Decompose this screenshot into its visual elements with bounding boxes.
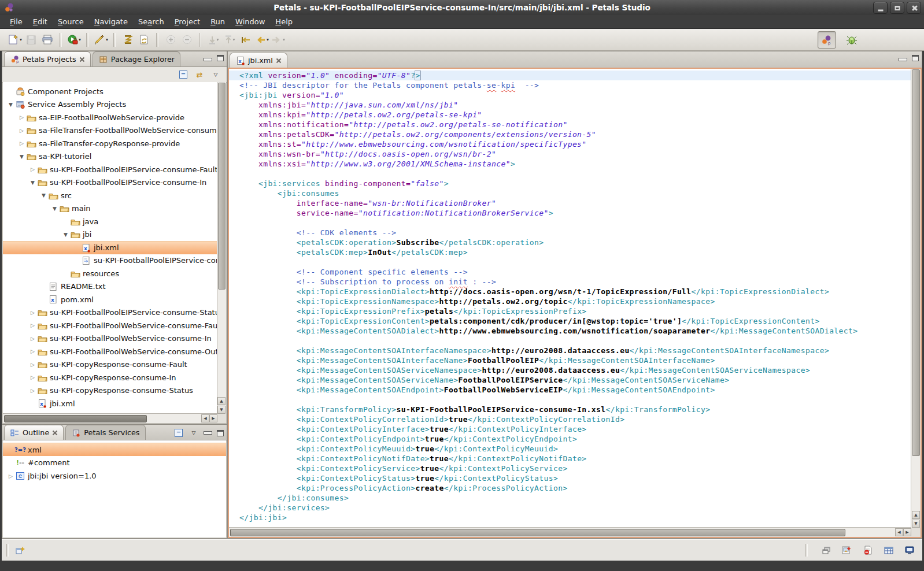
close-icon[interactable] [52, 430, 58, 436]
code-line[interactable]: xmlns:notification="http://petals.ow2.or… [239, 120, 911, 129]
view-menu-icon[interactable]: ▽ [189, 428, 199, 438]
code-line[interactable]: <!-- Subscription to process on init : -… [239, 277, 911, 287]
code-line[interactable]: xmlns:petalsCDK="http://petals.ow2.org/c… [239, 129, 911, 139]
scrollbar-thumb[interactable] [218, 83, 226, 290]
collapse-arrow-icon[interactable]: ▼ [17, 154, 26, 160]
tree-item[interactable]: ▷sa-FileTransfer-copyResponse-provide [3, 137, 217, 150]
properties-icon[interactable] [882, 544, 896, 557]
expand-arrow-icon[interactable]: ▷ [28, 336, 37, 342]
console-icon[interactable] [903, 544, 916, 557]
expand-arrow-icon[interactable]: ▷ [28, 388, 37, 394]
scroll-up-button[interactable]: ▲ [912, 511, 920, 519]
tree-item[interactable]: ▼main [3, 202, 217, 216]
code-line[interactable]: <kpi:MessageContentSOADialect>http://www… [239, 326, 911, 336]
code-line[interactable] [239, 169, 911, 179]
code-line[interactable]: <kpi:MessageContentSOAInterfaceName>Foot… [239, 355, 911, 365]
code-line[interactable]: <kpi:ContextPolicyCorrelationId>true</kp… [239, 414, 911, 424]
back-button[interactable]: ▾ [254, 32, 270, 47]
minimize-view-icon[interactable] [204, 58, 212, 61]
code-line[interactable]: xmlns:kpi="http://petals.ow2.org/petals-… [239, 110, 911, 120]
maximize-view-icon[interactable] [217, 430, 224, 436]
expand-arrow-icon[interactable]: ▷ [28, 166, 37, 172]
code-line[interactable]: <kpi:MessageContentSOAServiceName>Footba… [239, 375, 911, 385]
scroll-down-button[interactable]: ▼ [217, 406, 226, 414]
expand-arrow-icon[interactable]: ▷ [28, 322, 37, 328]
code-line[interactable]: <kpi:TopicExpressionPrefix>petals</kpi:T… [239, 306, 911, 316]
tree-item[interactable]: README.txt [3, 280, 217, 294]
dropdown-caret-icon[interactable]: ▾ [233, 37, 235, 42]
code-line[interactable]: <!-- JBI descriptor for the Petals compo… [239, 80, 911, 90]
maximize-editor-icon[interactable] [912, 55, 919, 61]
code-line[interactable]: <kpi:TransformPolicy>su-KPI-FootballPool… [239, 405, 911, 414]
code-line[interactable]: <kpi:MessageContentSOAEndpoint>FootballP… [239, 385, 911, 395]
collapse-arrow-icon[interactable]: ▼ [39, 192, 48, 198]
tree-item[interactable]: ▷su-KPI-copyResponse-consume-In [3, 371, 217, 384]
collapse-all-icon[interactable]: − [173, 428, 184, 438]
code-line[interactable]: <kpi:TopicExpressionDialect>http://docs.… [239, 287, 911, 296]
code-line[interactable]: <petalsCDK:operation>Subscribe</petalsCD… [239, 238, 911, 247]
tree-item[interactable]: ▷su-KPI-copyResponse-consume-Fault [3, 358, 217, 372]
code-line[interactable]: <kpi:ContextPolicyMeuuid>true</kpi:Conte… [239, 444, 911, 454]
code-line[interactable]: <kpi:ContextPolicyNotifDate>true</kpi:Co… [239, 454, 911, 464]
new-wizard-button[interactable]: ▾ [6, 32, 23, 47]
dropdown-caret-icon[interactable]: ▾ [106, 37, 108, 42]
scroll-left-button[interactable]: ◀ [201, 414, 209, 422]
tree-item[interactable]: ▷su-KPI-copyResponse-consume-Status [3, 384, 217, 398]
menu-window[interactable]: Window [230, 16, 270, 27]
code-line[interactable] [239, 218, 911, 228]
expand-arrow-icon[interactable]: ▷ [28, 310, 37, 316]
editor-vertical-scrollbar[interactable]: ▲ ▼ [911, 69, 921, 528]
menu-search[interactable]: Search [133, 16, 169, 27]
fast-view-icon[interactable] [13, 544, 27, 557]
dropdown-caret-icon[interactable]: ▾ [283, 37, 285, 42]
tree-item[interactable]: ▷su-KPI-FootballPoolWebService-consume-I… [3, 332, 217, 346]
code-line[interactable]: <!-- CDK elements --> [239, 228, 911, 238]
minimize-editor-icon[interactable] [899, 58, 907, 61]
collapse-button[interactable] [179, 32, 195, 47]
menu-source[interactable]: Source [53, 16, 89, 27]
code-line[interactable]: interface-name="wsn-br:NotificationBroke… [239, 198, 911, 208]
tree-item[interactable]: resources [3, 267, 217, 280]
code-line[interactable]: <petalsCDK:mep>InOut</petalsCDK:mep> [239, 247, 911, 257]
prev-annotation-button[interactable]: ▾ [221, 32, 238, 47]
collapse-all-icon[interactable]: − [178, 69, 189, 80]
next-annotation-button[interactable]: ▾ [205, 32, 221, 47]
code-line[interactable]: <jbi:consumes [239, 188, 911, 198]
scrollbar-thumb[interactable] [230, 529, 845, 536]
collapse-arrow-icon[interactable]: ▼ [28, 180, 37, 186]
print-button[interactable] [39, 32, 56, 47]
tree-item[interactable]: ▷su-KPI-FootballPoolEIPService-consume-S… [3, 306, 217, 320]
tab-outline[interactable]: Outline [4, 425, 64, 440]
xml-source-editor[interactable]: <?xml version="1.0" encoding="UTF-8"?><!… [229, 69, 911, 528]
code-line[interactable]: <jbi:jbi version="1.0" [239, 90, 911, 100]
code-line[interactable]: </jbi:consumes> [239, 493, 911, 503]
dropdown-caret-icon[interactable]: ▾ [79, 37, 81, 42]
expand-arrow-icon[interactable]: ▷ [17, 114, 26, 120]
tree-item[interactable]: ▼Service Assembly Projects [3, 98, 217, 112]
scroll-up-button[interactable]: ▲ [217, 397, 226, 405]
code-line[interactable]: xmlns:wsn-br="http://docs.oasis-open.org… [239, 149, 911, 159]
expand-arrow-icon[interactable]: ▷ [28, 362, 37, 368]
forward-button[interactable]: ▾ [270, 32, 286, 47]
refresh-doc-button[interactable] [136, 32, 152, 47]
expand-arrow-icon[interactable]: ▷ [28, 348, 37, 354]
code-line[interactable]: <?xml version="1.0" encoding="UTF-8"?> [229, 71, 911, 80]
code-line[interactable]: <kpi:TopicExpressionContent>petals:compo… [239, 316, 911, 326]
tree-item[interactable]: Component Projects [3, 85, 217, 98]
code-line[interactable]: <kpi:MessageContentSOAInterfaceNamespace… [239, 346, 911, 355]
dropdown-caret-icon[interactable]: ▾ [267, 37, 269, 42]
expand-button[interactable] [162, 32, 179, 47]
code-line[interactable]: <jbi:services binding-component="false"> [239, 179, 911, 188]
code-line[interactable]: <kpi:ContextPolicyInterface>true</kpi:Co… [239, 424, 911, 434]
code-line[interactable]: <!-- Component specific elements --> [239, 267, 911, 277]
debug-perspective-button[interactable] [843, 32, 860, 48]
tree-item[interactable]: ▷sa-EIP-FootballPoolWebService-provide [3, 111, 217, 124]
code-line[interactable]: xmlns:st="http://www.ebmwebsourcing.com/… [239, 139, 911, 149]
tab-petals-projects[interactable]: p Petals Projects [4, 51, 91, 66]
tree-item[interactable]: ▷sa-FileTransfer-FootballPoolWebService-… [3, 124, 217, 138]
dropdown-caret-icon[interactable]: ▾ [217, 37, 219, 42]
tab-jbi-xml[interactable]: x jbi.xml [230, 53, 287, 68]
code-line[interactable]: </jbi:services> [239, 503, 911, 513]
code-line[interactable]: <kpi:ProcessPolicyAction>create</kpi:Pro… [239, 483, 911, 493]
menu-help[interactable]: Help [270, 16, 298, 27]
